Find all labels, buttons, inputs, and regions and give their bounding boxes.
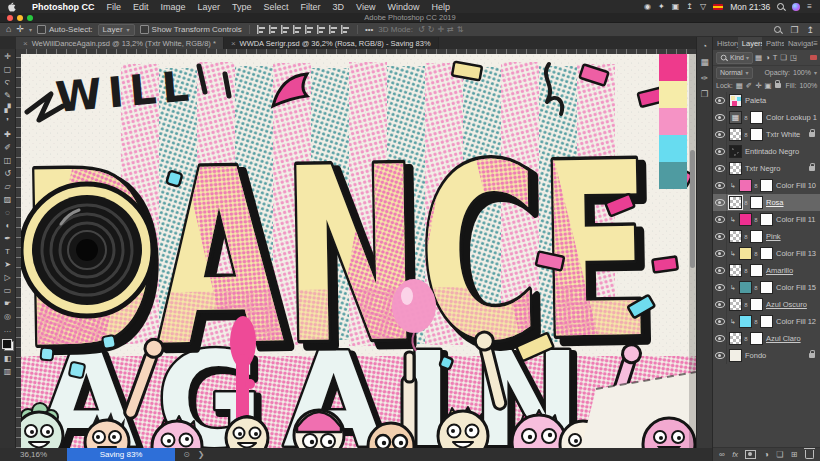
align-left-edges-icon[interactable] [293, 25, 302, 34]
workspace-switcher-icon[interactable]: ❐ [790, 25, 798, 35]
link-mask-icon[interactable]: 8 [744, 234, 748, 240]
layer-thumbnail[interactable]: ▦ [729, 111, 742, 124]
search-icon[interactable] [774, 26, 782, 34]
chevron-down-icon[interactable]: ▾ [814, 69, 817, 76]
filter-kind-dropdown[interactable]: Kind ▾ [716, 52, 753, 64]
eye-icon[interactable] [715, 318, 725, 325]
eye-icon[interactable] [715, 267, 725, 274]
layer-row-txtr-negro[interactable]: Txtr Negro [713, 160, 820, 177]
zoom-window-icon[interactable] [27, 15, 33, 21]
link-mask-icon[interactable]: 8 [744, 302, 748, 308]
tool-preset-caret-icon[interactable]: ▾ [29, 26, 32, 33]
panel-tab-layers[interactable]: Layers [738, 37, 762, 50]
auto-select-toggle[interactable]: Auto-Select: [37, 25, 93, 34]
align-horizontal-centers-icon[interactable] [305, 25, 314, 34]
spain-flag-icon[interactable] [713, 4, 723, 10]
layer-visibility-cell[interactable] [713, 211, 727, 228]
clone-stamp-tool[interactable]: ◫ [0, 154, 15, 167]
new-group-icon[interactable]: ❏ [776, 448, 783, 461]
align-bottom-edges-icon[interactable] [281, 25, 290, 34]
type-tool[interactable]: T [0, 245, 15, 258]
dropbox-icon[interactable]: ▽ [700, 0, 706, 13]
layer-mask-thumbnail[interactable] [760, 179, 773, 192]
hand-tool[interactable]: ☛ [0, 297, 15, 310]
document-canvas[interactable]: DANCE [16, 49, 696, 448]
zoom-level[interactable]: 36,16% [20, 450, 47, 459]
eye-icon[interactable] [715, 284, 725, 291]
transform-controls-checkbox[interactable] [140, 25, 149, 34]
zoom-tool[interactable]: ◎ [0, 310, 15, 323]
link-mask-icon[interactable]: 8 [744, 336, 748, 342]
eye-icon[interactable] [715, 250, 725, 257]
layer-mask-thumbnail[interactable] [750, 230, 763, 243]
layer-row-color-fill-10[interactable]: ↳8Color Fill 10 [713, 177, 820, 194]
align-top-edges-icon[interactable] [257, 25, 266, 34]
menu-item-edit[interactable]: Edit [127, 2, 155, 12]
layer-visibility-cell[interactable] [713, 330, 727, 347]
scrollbar-thumb[interactable] [690, 150, 695, 268]
dodge-tool[interactable]: ◖ [0, 219, 15, 232]
link-mask-icon[interactable]: 8 [754, 217, 758, 223]
path-selection-tool[interactable]: ➤ [0, 258, 15, 271]
quick-selection-tool[interactable]: ✎ [0, 89, 15, 102]
status-chevron-icon[interactable]: ❯ [198, 450, 205, 459]
layer-thumbnail[interactable] [739, 281, 752, 294]
eye-icon[interactable] [715, 199, 725, 206]
brush-tool[interactable]: ✐ [0, 141, 15, 154]
close-tab-icon[interactable]: × [23, 39, 28, 48]
lock-pixels-icon[interactable]: ✐ [746, 81, 752, 90]
layer-thumbnail[interactable] [739, 213, 752, 226]
filter-pixel-icon[interactable]: ▦ [755, 53, 762, 62]
distribute-vertical-icon[interactable] [341, 25, 350, 34]
filter-smart-icon[interactable]: ◳ [790, 53, 797, 62]
eye-icon[interactable] [715, 352, 725, 359]
share-icon[interactable]: ↥ [806, 25, 814, 35]
screen-mode-icon[interactable]: ▥ [0, 365, 15, 378]
menu-item-view[interactable]: View [350, 2, 381, 12]
layer-thumbnail[interactable] [729, 128, 742, 141]
eye-icon[interactable] [715, 131, 725, 138]
quick-mask-icon[interactable]: ◧ [0, 352, 15, 365]
color-swatches[interactable] [2, 339, 14, 351]
link-mask-icon[interactable]: 8 [754, 285, 758, 291]
layer-row-fondo[interactable]: Fondo [713, 347, 820, 364]
vertical-scrollbar[interactable] [689, 54, 696, 448]
spotlight-icon[interactable] [777, 3, 785, 11]
layer-row-color-fill-13[interactable]: ↳8Color Fill 13 [713, 245, 820, 262]
foreground-color-swatch[interactable] [2, 339, 12, 349]
filter-shape-icon[interactable]: ❏ [780, 53, 787, 62]
menu-item-window[interactable]: Window [381, 2, 425, 12]
eye-icon[interactable] [715, 233, 725, 240]
layer-style-icon[interactable]: fx [732, 448, 738, 461]
blur-tool[interactable]: ◌ [0, 206, 15, 219]
eyedropper-tool[interactable]: ❜ [0, 115, 15, 128]
adjustment-layer-icon[interactable]: ◑ [764, 448, 769, 461]
menu-item-type[interactable]: Type [226, 2, 258, 12]
distribute-horizontal-icon[interactable] [329, 25, 338, 34]
close-tab-icon[interactable]: × [231, 39, 236, 48]
layer-thumbnail[interactable] [729, 94, 742, 107]
blend-mode-dropdown[interactable]: Normal ▾ [716, 67, 753, 79]
lock-artboard-icon[interactable]: ▣ [764, 81, 771, 90]
add-mask-icon[interactable] [745, 450, 756, 459]
3d-roll-icon[interactable]: ↻ [428, 25, 435, 34]
layer-row-paleta[interactable]: Paleta [713, 92, 820, 109]
lock-position-icon[interactable]: ✛ [755, 81, 761, 90]
layer-row-amarillo[interactable]: 8Amarillo [713, 262, 820, 279]
3d-scale-icon[interactable]: ⇅ [457, 25, 464, 34]
lock-all-icon[interactable] [775, 83, 781, 88]
menu-clock[interactable]: Mon 21:36 [730, 2, 770, 12]
layer-visibility-cell[interactable] [713, 177, 727, 194]
direct-selection-tool[interactable]: ▷ [0, 271, 15, 284]
upload-icon[interactable]: ↥ [686, 0, 693, 13]
layer-thumbnail[interactable] [739, 179, 752, 192]
notifications-icon[interactable]: ✦ [658, 0, 665, 13]
record-icon[interactable]: ◉ [644, 0, 651, 13]
layer-mask-thumbnail[interactable] [750, 332, 763, 345]
panel-tab-history[interactable]: History [713, 37, 738, 50]
layer-row-txtr-white[interactable]: 8Txtr White [713, 126, 820, 143]
link-mask-icon[interactable]: 8 [744, 268, 748, 274]
opacity-value[interactable]: 100% [793, 69, 811, 76]
filter-toggle-icon[interactable] [810, 55, 817, 60]
layer-row-azul-oscuro[interactable]: 8Azul Oscuro [713, 296, 820, 313]
